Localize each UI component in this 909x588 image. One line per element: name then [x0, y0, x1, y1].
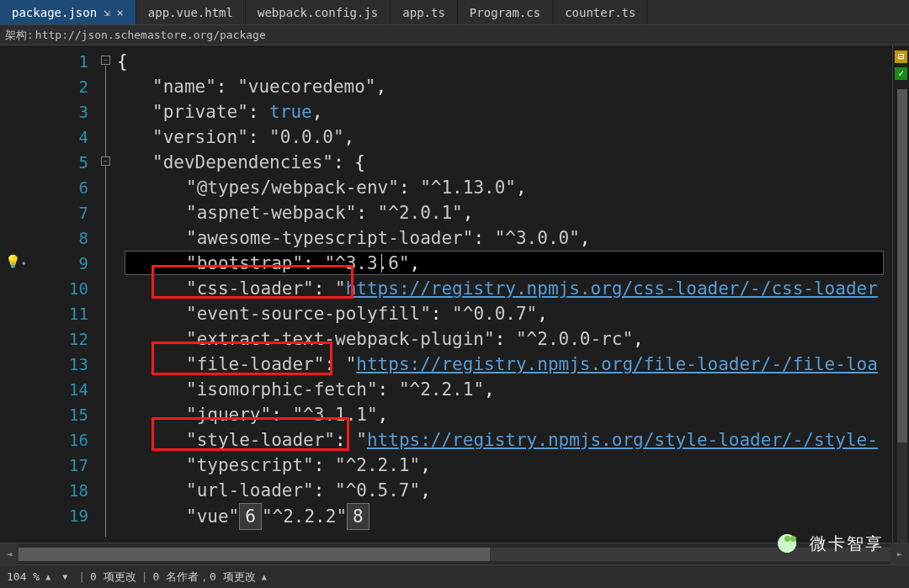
scroll-right-icon[interactable]: ►: [890, 543, 909, 565]
tab-label: counter.ts: [565, 6, 635, 19]
fold-toggle[interactable]: −: [101, 56, 110, 65]
split-editor-icon[interactable]: ⊟: [895, 50, 907, 63]
npm-link[interactable]: https://registry.npmjs.org/css-loader/-/…: [346, 278, 878, 299]
code-line: "jquery": "^3.1.1",: [112, 402, 909, 427]
line-number: 11: [32, 301, 112, 326]
status-ok-icon: ✓: [895, 67, 907, 80]
tab-label: Program.cs: [470, 6, 540, 19]
lightbulb-icon[interactable]: 💡✦: [5, 254, 27, 269]
line-number: 1: [32, 49, 112, 74]
scrollbar-thumb[interactable]: [19, 548, 490, 561]
pin-icon[interactable]: ⇲: [104, 7, 109, 19]
schema-navbar: 架构: http://json.schemastore.org/package: [0, 25, 909, 45]
line-number: 16: [32, 427, 112, 453]
line-number: 13: [32, 352, 112, 377]
scrollbar-track[interactable]: [19, 548, 890, 561]
scroll-left-icon[interactable]: ◄: [0, 543, 19, 565]
line-number: 9: [32, 251, 112, 276]
status-changes[interactable]: 0 项更改: [90, 569, 136, 585]
code-line: "typescript": "^2.2.1",: [112, 453, 909, 478]
code-line: "aspnet-webpack": "^2.0.1",: [112, 200, 909, 225]
schema-url[interactable]: http://json.schemastore.org/package: [35, 29, 904, 41]
zoom-level[interactable]: 104 %: [7, 570, 40, 583]
code-line: "@types/webpack-env": "^1.13.0",: [112, 175, 909, 200]
code-line: {: [112, 49, 909, 74]
line-number: 18: [32, 478, 112, 503]
code-line: "version": "0.0.0",: [112, 124, 909, 150]
tab-webpack-config[interactable]: webpack.config.js: [246, 0, 391, 24]
code-line: "awesome-typescript-loader": "^3.0.0",: [112, 225, 909, 251]
status-bar: 104 % ▲ ▼ | 0 项更改 | 0 名作者，0 项更改 ▲: [0, 564, 909, 588]
watermark: 微卡智享: [773, 527, 884, 559]
code-line: "bootstrap": "^3.3.6",: [112, 251, 909, 276]
tab-label: app.ts: [402, 6, 445, 19]
line-number-gutter: 1 2 3 4 5 6 7 8 9 10 11 12 13 14 15 16 1…: [32, 45, 112, 564]
line-number: 14: [32, 377, 112, 402]
code-line: "private": true,: [112, 99, 909, 124]
line-number: 3: [32, 99, 112, 124]
code-line: "isomorphic-fetch": "^2.2.1",: [112, 377, 909, 402]
code-line: "devDependencies": {: [112, 150, 909, 175]
watermark-logo-icon: [773, 527, 805, 559]
close-icon[interactable]: ×: [116, 7, 123, 19]
code-line: "event-source-polyfill": "^0.0.7",: [112, 301, 909, 326]
tab-app-vue-html[interactable]: app.vue.html: [136, 0, 246, 24]
code-line: "name": "vuecoredemo",: [112, 74, 909, 99]
npm-link[interactable]: https://registry.npmjs.org/style-loader/…: [367, 430, 878, 450]
chevron-up-icon[interactable]: ▲: [43, 572, 53, 581]
rename-field[interactable]: 6: [239, 503, 262, 530]
code-line: "file-loader": "https://registry.npmjs.o…: [112, 352, 909, 377]
code-line: "css-loader": "https://registry.npmjs.or…: [112, 276, 909, 301]
line-number: 7: [32, 200, 112, 225]
line-number: 2: [32, 74, 112, 99]
tab-label: webpack.config.js: [258, 6, 378, 19]
line-number: 8: [32, 225, 112, 251]
tab-app-ts[interactable]: app.ts: [391, 0, 458, 24]
text-caret: [381, 254, 382, 273]
code-line: "vue"6"^2.2.2"8: [112, 503, 909, 528]
editor[interactable]: 💡✦ 1 2 3 4 5 6 7 8 9 10 11 12 13 14 15 1…: [0, 45, 909, 564]
status-authors[interactable]: 0 名作者，0 项更改: [152, 569, 255, 585]
line-number: 5: [32, 150, 112, 175]
overview-ruler: ⊟ ✓: [892, 45, 909, 564]
chevron-down-icon[interactable]: ▼: [60, 572, 70, 581]
tab-label: package.json: [12, 6, 97, 19]
tab-counter-ts[interactable]: counter.ts: [553, 0, 648, 24]
tab-bar: package.json ⇲ × app.vue.html webpack.co…: [0, 0, 909, 25]
line-number: 19: [32, 503, 112, 528]
tab-package-json[interactable]: package.json ⇲ ×: [0, 0, 136, 24]
npm-link[interactable]: https://registry.npmjs.org/file-loader/-…: [356, 354, 878, 374]
tab-label: app.vue.html: [148, 6, 233, 19]
fold-guide: [105, 66, 106, 537]
line-number: 15: [32, 402, 112, 427]
code-area[interactable]: { "name": "vuecoredemo", "private": true…: [112, 45, 909, 564]
line-number: 17: [32, 453, 112, 478]
tab-program-cs[interactable]: Program.cs: [458, 0, 553, 24]
code-line: "extract-text-webpack-plugin": "^2.0.0-r…: [112, 326, 909, 352]
glyph-margin: [0, 45, 32, 564]
rename-field[interactable]: 8: [347, 503, 369, 530]
line-number: 12: [32, 326, 112, 352]
code-line: "url-loader": "^0.5.7",: [112, 478, 909, 503]
line-number: 4: [32, 124, 112, 150]
schema-label: 架构:: [5, 28, 34, 43]
line-number: 6: [32, 175, 112, 200]
fold-toggle[interactable]: −: [101, 156, 110, 166]
code-line: "style-loader": "https://registry.npmjs.…: [112, 427, 909, 453]
line-number: 10: [32, 276, 112, 301]
watermark-text: 微卡智享: [810, 532, 884, 555]
chevron-up-icon[interactable]: ▲: [259, 572, 269, 581]
